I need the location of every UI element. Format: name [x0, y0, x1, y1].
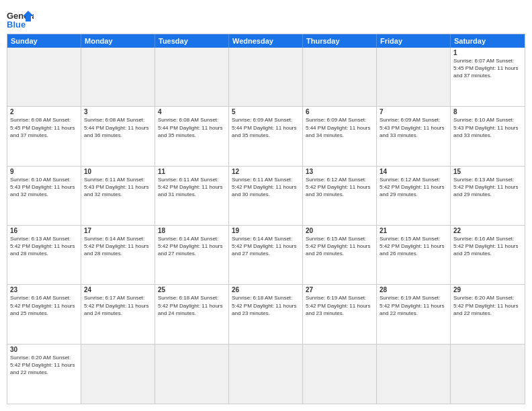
day-number: 23	[10, 286, 78, 293]
day-info: Sunrise: 6:10 AM Sunset: 5:43 PM Dayligh…	[10, 176, 78, 199]
day-number: 11	[158, 168, 226, 175]
header: General Blue	[7, 7, 525, 30]
day-number: 8	[453, 108, 522, 116]
day-header-tuesday: Tuesday	[155, 34, 229, 48]
day-number: 3	[84, 108, 152, 116]
day-info: Sunrise: 6:19 AM Sunset: 5:42 PM Dayligh…	[306, 294, 373, 317]
day-number: 22	[453, 227, 522, 234]
day-info: Sunrise: 6:09 AM Sunset: 5:44 PM Dayligh…	[232, 116, 300, 139]
calendar-cell-empty	[377, 345, 451, 404]
day-number: 28	[380, 286, 447, 293]
day-info: Sunrise: 6:13 AM Sunset: 5:42 PM Dayligh…	[10, 235, 78, 258]
calendar-cell-day-18: 18Sunrise: 6:14 AM Sunset: 5:42 PM Dayli…	[155, 226, 229, 284]
calendar-cell-empty	[451, 345, 525, 404]
day-number: 16	[10, 227, 78, 234]
calendar-row-3: 16Sunrise: 6:13 AM Sunset: 5:42 PM Dayli…	[7, 226, 525, 285]
calendar-cell-day-28: 28Sunrise: 6:19 AM Sunset: 5:42 PM Dayli…	[377, 285, 451, 343]
calendar-cell-day-27: 27Sunrise: 6:19 AM Sunset: 5:42 PM Dayli…	[303, 285, 377, 343]
calendar-cell-day-12: 12Sunrise: 6:11 AM Sunset: 5:42 PM Dayli…	[229, 167, 303, 225]
calendar-cell-day-16: 16Sunrise: 6:13 AM Sunset: 5:42 PM Dayli…	[7, 226, 81, 284]
calendar-cell-day-11: 11Sunrise: 6:11 AM Sunset: 5:42 PM Dayli…	[155, 167, 229, 225]
calendar-cell-day-10: 10Sunrise: 6:11 AM Sunset: 5:43 PM Dayli…	[81, 167, 155, 225]
calendar-cell-day-29: 29Sunrise: 6:20 AM Sunset: 5:42 PM Dayli…	[451, 285, 525, 343]
day-number: 1	[453, 49, 522, 56]
calendar-cell-day-25: 25Sunrise: 6:18 AM Sunset: 5:42 PM Dayli…	[155, 285, 229, 343]
day-info: Sunrise: 6:20 AM Sunset: 5:42 PM Dayligh…	[10, 354, 78, 377]
day-number: 4	[158, 108, 226, 116]
day-number: 13	[306, 168, 373, 175]
day-number: 21	[380, 227, 447, 234]
day-info: Sunrise: 6:12 AM Sunset: 5:42 PM Dayligh…	[306, 176, 373, 199]
calendar-cell-day-6: 6Sunrise: 6:09 AM Sunset: 5:44 PM Daylig…	[303, 107, 377, 165]
day-number: 18	[158, 227, 226, 234]
day-info: Sunrise: 6:08 AM Sunset: 5:44 PM Dayligh…	[158, 116, 226, 139]
day-number: 24	[84, 286, 152, 293]
calendar-cell-day-3: 3Sunrise: 6:08 AM Sunset: 5:44 PM Daylig…	[81, 107, 155, 165]
calendar-cell-empty	[377, 48, 451, 106]
calendar-cell-day-23: 23Sunrise: 6:16 AM Sunset: 5:42 PM Dayli…	[7, 285, 81, 343]
day-info: Sunrise: 6:14 AM Sunset: 5:42 PM Dayligh…	[158, 235, 226, 258]
day-header-wednesday: Wednesday	[229, 34, 303, 48]
day-info: Sunrise: 6:10 AM Sunset: 5:43 PM Dayligh…	[453, 116, 522, 139]
day-info: Sunrise: 6:18 AM Sunset: 5:42 PM Dayligh…	[158, 294, 226, 317]
day-info: Sunrise: 6:18 AM Sunset: 5:42 PM Dayligh…	[232, 294, 300, 317]
calendar-body: 1Sunrise: 6:07 AM Sunset: 5:45 PM Daylig…	[7, 48, 525, 404]
day-header-friday: Friday	[377, 34, 451, 48]
day-info: Sunrise: 6:16 AM Sunset: 5:42 PM Dayligh…	[10, 294, 78, 317]
day-number: 27	[306, 286, 373, 293]
day-info: Sunrise: 6:20 AM Sunset: 5:42 PM Dayligh…	[453, 294, 522, 317]
page: General Blue SundayMondayTuesdayWednesda…	[0, 0, 532, 411]
calendar-cell-day-30: 30Sunrise: 6:20 AM Sunset: 5:42 PM Dayli…	[7, 345, 81, 404]
day-info: Sunrise: 6:11 AM Sunset: 5:42 PM Dayligh…	[158, 176, 226, 199]
calendar-cell-empty	[7, 48, 81, 106]
day-info: Sunrise: 6:12 AM Sunset: 5:42 PM Dayligh…	[380, 176, 447, 199]
calendar-cell-empty	[81, 48, 155, 106]
calendar-cell-day-19: 19Sunrise: 6:14 AM Sunset: 5:42 PM Dayli…	[229, 226, 303, 284]
calendar-cell-day-14: 14Sunrise: 6:12 AM Sunset: 5:42 PM Dayli…	[377, 167, 451, 225]
calendar-row-5: 30Sunrise: 6:20 AM Sunset: 5:42 PM Dayli…	[7, 345, 525, 404]
calendar-row-0: 1Sunrise: 6:07 AM Sunset: 5:45 PM Daylig…	[7, 48, 525, 107]
day-info: Sunrise: 6:08 AM Sunset: 5:45 PM Dayligh…	[10, 116, 78, 139]
day-info: Sunrise: 6:15 AM Sunset: 5:42 PM Dayligh…	[306, 235, 373, 258]
day-number: 2	[10, 108, 78, 116]
day-info: Sunrise: 6:17 AM Sunset: 5:42 PM Dayligh…	[84, 294, 152, 317]
generalblue-logo-icon: General Blue	[7, 9, 34, 30]
logo: General Blue	[7, 9, 34, 30]
calendar-row-2: 9Sunrise: 6:10 AM Sunset: 5:43 PM Daylig…	[7, 167, 525, 226]
day-info: Sunrise: 6:09 AM Sunset: 5:44 PM Dayligh…	[306, 116, 373, 139]
day-info: Sunrise: 6:19 AM Sunset: 5:42 PM Dayligh…	[380, 294, 447, 317]
svg-text:Blue: Blue	[7, 19, 26, 30]
calendar-cell-day-8: 8Sunrise: 6:10 AM Sunset: 5:43 PM Daylig…	[451, 107, 525, 165]
day-number: 20	[306, 227, 373, 234]
day-number: 14	[380, 168, 447, 175]
calendar-cell-day-4: 4Sunrise: 6:08 AM Sunset: 5:44 PM Daylig…	[155, 107, 229, 165]
day-header-saturday: Saturday	[451, 34, 525, 48]
calendar-row-4: 23Sunrise: 6:16 AM Sunset: 5:42 PM Dayli…	[7, 285, 525, 344]
day-info: Sunrise: 6:08 AM Sunset: 5:44 PM Dayligh…	[84, 116, 152, 139]
day-info: Sunrise: 6:16 AM Sunset: 5:42 PM Dayligh…	[453, 235, 522, 258]
calendar: SundayMondayTuesdayWednesdayThursdayFrid…	[7, 34, 525, 404]
day-number: 17	[84, 227, 152, 234]
day-info: Sunrise: 6:11 AM Sunset: 5:42 PM Dayligh…	[232, 176, 300, 199]
calendar-cell-empty	[155, 345, 229, 404]
day-info: Sunrise: 6:09 AM Sunset: 5:43 PM Dayligh…	[380, 116, 447, 139]
calendar-cell-empty	[155, 48, 229, 106]
day-header-monday: Monday	[81, 34, 155, 48]
day-number: 12	[232, 168, 300, 175]
calendar-cell-day-1: 1Sunrise: 6:07 AM Sunset: 5:45 PM Daylig…	[451, 48, 525, 106]
calendar-cell-empty	[303, 48, 377, 106]
day-number: 19	[232, 227, 300, 234]
day-number: 6	[306, 108, 373, 116]
calendar-cell-day-17: 17Sunrise: 6:14 AM Sunset: 5:42 PM Dayli…	[81, 226, 155, 284]
day-info: Sunrise: 6:14 AM Sunset: 5:42 PM Dayligh…	[232, 235, 300, 258]
day-number: 10	[84, 168, 152, 175]
calendar-cell-empty	[303, 345, 377, 404]
calendar-cell-day-9: 9Sunrise: 6:10 AM Sunset: 5:43 PM Daylig…	[7, 167, 81, 225]
day-number: 30	[10, 346, 78, 353]
calendar-cell-day-15: 15Sunrise: 6:13 AM Sunset: 5:42 PM Dayli…	[451, 167, 525, 225]
calendar-cell-empty	[81, 345, 155, 404]
day-number: 5	[232, 108, 300, 116]
calendar-header: SundayMondayTuesdayWednesdayThursdayFrid…	[7, 34, 525, 48]
day-number: 15	[453, 168, 522, 175]
day-header-sunday: Sunday	[7, 34, 81, 48]
